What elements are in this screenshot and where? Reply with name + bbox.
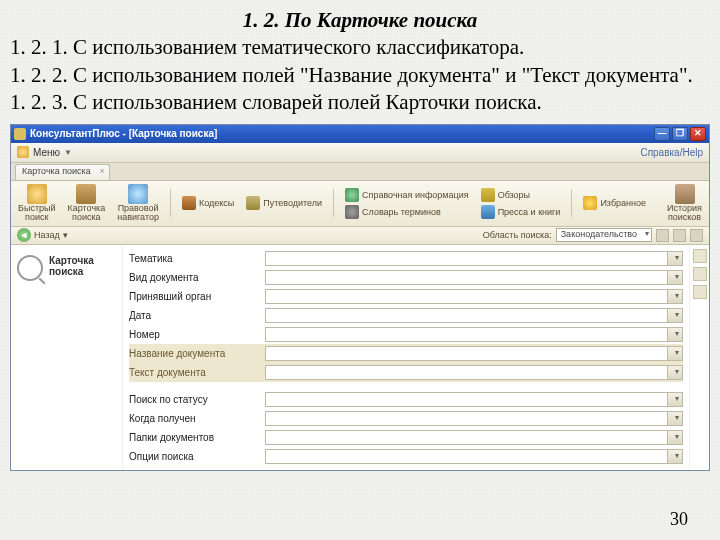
back-arrow-icon: ◄ [17,228,31,242]
tab-close-icon[interactable]: × [100,166,105,176]
toolbar-label: Обзоры [498,190,530,200]
toolbar-search-card[interactable]: Карточка поиска [65,183,109,224]
toolbar-terms[interactable]: Словарь терминов [342,204,472,220]
panel-title: Карточка поиска [49,255,94,277]
menu-label[interactable]: Меню [33,147,60,158]
panel-title-l2: поиска [49,266,94,277]
maximize-button[interactable]: ❐ [672,127,688,141]
toolbar-press[interactable]: Пресса и книги [478,204,564,220]
field-input-organ[interactable]: ▾ [265,289,683,304]
field-row-options: Опции поиска ▾ [129,447,683,466]
minimize-button[interactable]: — [654,127,670,141]
spacer [129,382,683,390]
field-label: Опции поиска [129,451,259,462]
back-dropdown-icon[interactable]: ▾ [63,230,68,240]
right-tool-strip [689,245,709,470]
toolbar-favorites[interactable]: Избранное [580,195,649,211]
field-label: Дата [129,310,259,321]
chevron-down-icon: ▾ [675,367,679,376]
field-input-vid[interactable]: ▾ [265,270,683,285]
field-input-number[interactable]: ▾ [265,327,683,342]
side-tool-2[interactable] [693,267,707,281]
toolbar-label: поисков [668,213,701,222]
field-row-organ: Принявший орган ▾ [129,287,683,306]
page-number: 30 [670,509,688,530]
field-label: Папки документов [129,432,259,443]
field-input-text[interactable]: ▾ [265,365,683,380]
star-icon [583,196,597,210]
chevron-down-icon: ▾ [675,348,679,357]
toolbar-label: Путеводители [263,198,322,208]
side-tool-3[interactable] [693,285,707,299]
field-label: Название документа [129,348,259,359]
field-label: Принявший орган [129,291,259,302]
field-input-received[interactable]: ▾ [265,411,683,426]
nav-tool-3[interactable] [690,229,703,242]
menu-icon [17,146,29,158]
paragraph-2: 1. 2. 2. С использованием полей "Названи… [10,63,710,89]
menubar: Меню ▼ Справка/Help [11,143,709,163]
chevron-down-icon: ▾ [675,272,679,281]
field-label: Вид документа [129,272,259,283]
toolbar-label: Пресса и книги [498,207,561,217]
field-row-status: Поиск по статусу ▾ [129,390,683,409]
back-label: Назад [34,230,60,240]
separator [571,189,572,217]
back-button[interactable]: ◄ Назад ▾ [17,228,68,242]
history-icon [675,184,695,204]
side-tool-1[interactable] [693,249,707,263]
section-value: Законодательство [561,229,637,239]
toolbar-label: навигатор [117,213,159,222]
field-input-date[interactable]: ▾ [265,308,683,323]
chevron-down-icon: ▾ [675,432,679,441]
field-label: Номер [129,329,259,340]
review-icon [481,188,495,202]
toolbar-guides[interactable]: Путеводители [243,195,325,211]
field-row-folders: Папки документов ▾ [129,428,683,447]
field-input-status[interactable]: ▾ [265,392,683,407]
press-icon [481,205,495,219]
toolbar-navigator[interactable]: Правовой навигатор [114,183,162,224]
toolbar-reviews[interactable]: Обзоры [478,187,564,203]
magnifier-icon [17,255,43,281]
field-row-date: Дата ▾ [129,306,683,325]
tabstrip: Карточка поиска × [11,163,709,181]
nav-tool-2[interactable] [673,229,686,242]
chevron-down-icon: ▾ [675,451,679,460]
field-row-received: Когда получен ▾ [129,409,683,428]
field-label: Текст документа [129,367,259,378]
titlebar[interactable]: КонсультантПлюс - [Карточка поиска] — ❐ … [11,125,709,143]
paragraph-1: 1. 2. 1. С использованием тематического … [10,35,710,61]
tab-search-card[interactable]: Карточка поиска × [15,164,110,180]
toolbar-history[interactable]: История поисков [664,183,705,224]
toolbar-codex[interactable]: Кодексы [179,195,237,211]
field-input-title[interactable]: ▾ [265,346,683,361]
toolbar-label: Словарь терминов [362,207,441,217]
toolbar-ref-info[interactable]: Справочная информация [342,187,472,203]
help-link[interactable]: Справка/Help [640,147,703,158]
fields-list: Тематика ▾ Вид документа ▾ Принявший орг… [123,245,689,470]
toolbar-label: Справочная информация [362,190,469,200]
section-heading: 1. 2. По Карточке поиска [10,8,710,33]
close-button[interactable]: ✕ [690,127,706,141]
section-combo[interactable]: Законодательство [556,228,652,242]
field-label: Поиск по статусу [129,394,259,405]
toolbar-label: Избранное [600,198,646,208]
chevron-down-icon: ▾ [675,329,679,338]
card-icon [76,184,96,204]
nav-tool-1[interactable] [656,229,669,242]
app-icon [14,128,26,140]
toolbar-quick-search[interactable]: Быстрый поиск [15,183,59,224]
separator [170,189,171,217]
separator [333,189,334,217]
book-icon [182,196,196,210]
field-input-tematika[interactable]: ▾ [265,251,683,266]
field-row-number: Номер ▾ [129,325,683,344]
toolbar-label: Кодексы [199,198,234,208]
field-input-folders[interactable]: ▾ [265,430,683,445]
menu-dropdown-icon[interactable]: ▼ [64,148,72,157]
panel-title-l1: Карточка [49,255,94,266]
field-input-options[interactable]: ▾ [265,449,683,464]
nav-row: ◄ Назад ▾ Область поиска: Законодательст… [11,227,709,245]
guide-icon [246,196,260,210]
